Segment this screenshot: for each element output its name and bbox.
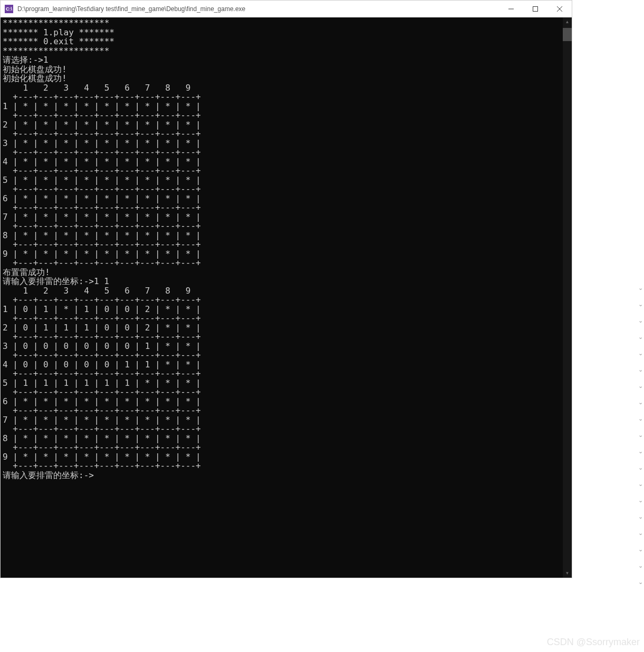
- console-window: C:\ D:\program_learning\Test\diary test\…: [0, 0, 572, 578]
- chevron-down-icon: ⌄: [638, 301, 643, 308]
- chevron-down-icon: ⌄: [638, 415, 643, 422]
- console-body: ********************* ******* 1.play ***…: [1, 17, 572, 578]
- chevron-down-icon: ⌄: [638, 383, 643, 390]
- chevron-down-icon: ⌄: [638, 464, 643, 471]
- chevron-down-icon: ⌄: [638, 513, 643, 520]
- scroll-thumb[interactable]: [563, 28, 572, 41]
- svg-rect-1: [533, 7, 538, 12]
- chevron-down-icon: ⌄: [638, 285, 643, 291]
- chevron-down-icon: ⌄: [638, 432, 643, 439]
- maximize-button[interactable]: [523, 1, 547, 17]
- chevron-down-icon: ⌄: [638, 399, 643, 406]
- chevron-down-icon: ⌄: [638, 448, 643, 455]
- scroll-up-icon[interactable]: ▲: [563, 17, 572, 26]
- titlebar[interactable]: C:\ D:\program_learning\Test\diary test\…: [1, 1, 572, 17]
- chevron-down-icon: ⌄: [638, 481, 643, 488]
- chevron-down-icon: ⌄: [638, 530, 643, 537]
- vertical-scrollbar[interactable]: ▲ ▼: [563, 17, 572, 578]
- chevron-down-icon: ⌄: [638, 497, 643, 504]
- side-chevrons: ⌄ ⌄ ⌄ ⌄ ⌄ ⌄ ⌄ ⌄ ⌄ ⌄ ⌄ ⌄ ⌄ ⌄ ⌄ ⌄ ⌄ ⌄ ⌄: [638, 285, 643, 586]
- chevron-down-icon: ⌄: [638, 546, 643, 553]
- watermark: CSDN @Ssorrymaker: [547, 637, 640, 648]
- chevron-down-icon: ⌄: [638, 334, 643, 340]
- chevron-down-icon: ⌄: [638, 562, 643, 569]
- window-title: D:\program_learning\Test\diary test\find…: [17, 5, 499, 13]
- chevron-down-icon: ⌄: [638, 317, 643, 324]
- window-controls: [499, 1, 572, 17]
- close-button[interactable]: [547, 1, 572, 17]
- chevron-down-icon: ⌄: [638, 366, 643, 373]
- app-icon: C:\: [5, 5, 13, 13]
- console-output[interactable]: ********************* ******* 1.play ***…: [1, 17, 563, 578]
- chevron-down-icon: ⌄: [638, 579, 643, 586]
- scroll-down-icon[interactable]: ▼: [563, 569, 572, 578]
- chevron-down-icon: ⌄: [638, 350, 643, 357]
- minimize-button[interactable]: [499, 1, 523, 17]
